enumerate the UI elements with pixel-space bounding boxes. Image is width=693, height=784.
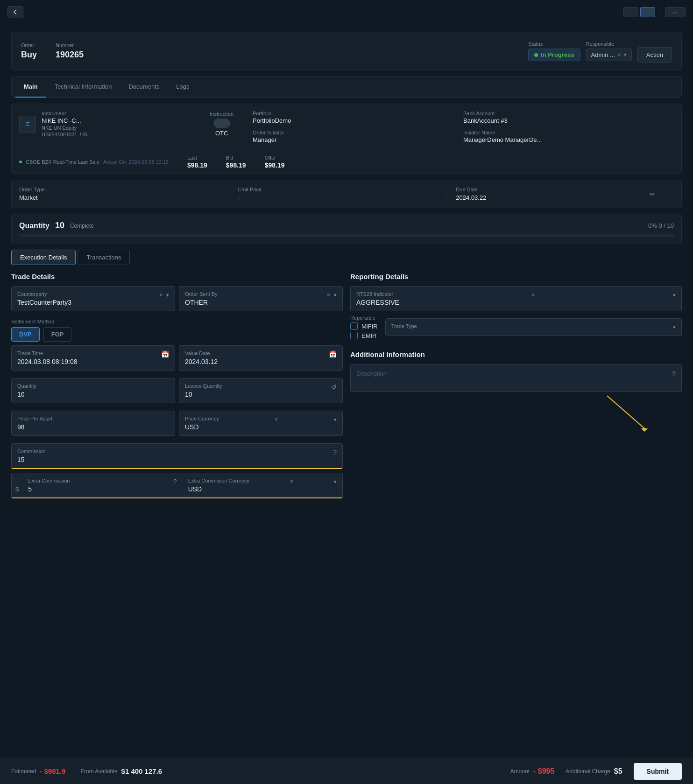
limit-price-value: - bbox=[238, 194, 437, 201]
last-label: Last bbox=[187, 155, 207, 161]
instrument-section: ≡ Instrument NIKE INC -C... NKE UN Equit… bbox=[11, 104, 682, 174]
qty-box-value: 10 bbox=[17, 391, 169, 398]
instrument-right: Portfolio PortfolioDemo Bank Account Ban… bbox=[243, 111, 674, 143]
rts28-clear-icon[interactable]: × bbox=[531, 292, 535, 298]
extra-currency-label: Extra Commision Currency bbox=[188, 478, 249, 483]
extra-commission-inner: Extra Commission ? 5 bbox=[22, 473, 182, 498]
trade-type-chevron-icon[interactable]: ▾ bbox=[673, 324, 676, 330]
fop-button[interactable]: FOP bbox=[43, 327, 72, 342]
mifir-checkbox[interactable] bbox=[350, 322, 358, 330]
top-bar: ··· bbox=[0, 0, 693, 24]
value-date-label: Value Date bbox=[185, 350, 210, 356]
description-help-icon[interactable]: ? bbox=[672, 370, 676, 378]
order-value: Buy bbox=[21, 50, 37, 60]
tab-documents[interactable]: Documents bbox=[120, 77, 168, 98]
order-number-value: 190265 bbox=[56, 50, 84, 60]
counterparty-chevron-icon[interactable]: ▾ bbox=[166, 292, 169, 298]
rts28-chevron-icon[interactable]: ▾ bbox=[673, 292, 676, 298]
order-number-label: Number bbox=[56, 42, 84, 48]
reporting-title: Reporting Details bbox=[350, 273, 682, 280]
amount-value: - $995 bbox=[533, 767, 554, 776]
instrument-id: US6541061031, US... bbox=[42, 132, 92, 137]
extra-commission-row: $ Extra Commission ? 5 Extra Commision C… bbox=[11, 473, 343, 498]
extra-currency-chevron-icon[interactable]: ▾ bbox=[334, 479, 337, 485]
qty-box-label: Quantity bbox=[17, 383, 169, 389]
price-bar-info: CBOE BZX Real-Time Last Sale Actual On: … bbox=[19, 159, 169, 165]
emir-label: EMIR bbox=[361, 332, 377, 339]
price-bar: CBOE BZX Real-Time Last Sale Actual On: … bbox=[12, 150, 681, 174]
estimated-stat: Estimated - $981.9 bbox=[11, 767, 65, 775]
emir-checkbox[interactable] bbox=[350, 332, 358, 339]
dvp-button[interactable]: DVP bbox=[11, 327, 40, 342]
price-currency-label: Price Currency bbox=[185, 416, 219, 421]
reportable-row: Reportable MiFIR EMIR Trade Type ▾ bbox=[350, 315, 682, 339]
from-available-value: $1 400 127.6 bbox=[121, 767, 163, 775]
exec-tab-execution[interactable]: Execution Details bbox=[11, 250, 76, 265]
initiator-name-field: Initiator Name ManagerDemo ManagerDe... bbox=[463, 130, 674, 143]
dots-icon: ··· bbox=[673, 9, 678, 16]
leaves-refresh-icon[interactable]: ↺ bbox=[331, 383, 337, 391]
responsible-section: Responsible Admin ... × ▾ bbox=[586, 41, 632, 61]
back-button[interactable] bbox=[7, 6, 23, 18]
bid-price: Bid $98.19 bbox=[226, 155, 246, 169]
tab-main[interactable]: Main bbox=[15, 77, 46, 98]
price-currency-clear-icon[interactable]: × bbox=[275, 416, 278, 423]
order-initiator-value: Manager bbox=[253, 136, 463, 143]
responsible-select[interactable]: Admin ... × ▾ bbox=[586, 49, 632, 61]
order-number-group: Number 190265 bbox=[56, 42, 84, 60]
extra-commission-label: Extra Commission bbox=[28, 478, 70, 483]
price-currency-chevron-icon[interactable]: ▾ bbox=[334, 417, 337, 423]
status-badge: In Progress bbox=[528, 49, 580, 61]
order-sent-clear-icon[interactable]: × bbox=[327, 292, 330, 298]
value-date-value: 2024.03.12 bbox=[185, 358, 337, 365]
window-btn-1[interactable] bbox=[623, 7, 638, 17]
window-dots-button[interactable]: ··· bbox=[665, 7, 686, 17]
tab-logs[interactable]: Logs bbox=[168, 77, 198, 98]
instruction-toggle[interactable] bbox=[213, 119, 230, 128]
price-dot-icon bbox=[19, 161, 22, 163]
mifir-row: MiFIR bbox=[350, 322, 378, 330]
bank-account-field: Bank Account BankAccount #3 bbox=[463, 111, 674, 124]
due-date-value: 2024.03.22 bbox=[456, 194, 486, 201]
reporting-col: Reporting Details RTS28 Indicator × ▾ AG… bbox=[350, 273, 682, 502]
instrument-code: NKE UN Equity bbox=[42, 125, 92, 131]
order-label: Order bbox=[21, 42, 37, 48]
exec-tabs: Execution Details Transactions bbox=[11, 250, 682, 265]
action-button[interactable]: Action bbox=[637, 47, 672, 63]
rts28-value: AGGRESSIVE bbox=[356, 299, 676, 306]
commission-help-icon[interactable]: ? bbox=[333, 448, 337, 456]
price-per-asset-label: Price Per Asset bbox=[17, 416, 169, 421]
extra-commission-help-icon[interactable]: ? bbox=[173, 478, 177, 485]
due-date-label: Due Date bbox=[456, 187, 486, 192]
trade-time-value: 2024.03.08 08:19:08 bbox=[17, 358, 169, 365]
trade-time-calendar-icon[interactable]: 📅 bbox=[161, 350, 169, 358]
details-grid: Trade Details Counterparty × ▾ TestCount… bbox=[11, 273, 682, 502]
tab-technical[interactable]: Technical Information bbox=[46, 77, 120, 98]
window-divider bbox=[660, 7, 660, 17]
main-content: Order Buy Number 190265 Status In Progre… bbox=[0, 24, 693, 515]
instruction-label: Instruction bbox=[210, 111, 233, 117]
responsible-text: Admin ... bbox=[591, 51, 615, 58]
counterparty-clear-icon[interactable]: × bbox=[159, 292, 163, 298]
rts28-box: RTS28 Indicator × ▾ AGGRESSIVE bbox=[350, 286, 682, 311]
extra-currency-clear-icon[interactable]: × bbox=[290, 478, 293, 485]
responsible-clear-icon[interactable]: × bbox=[618, 52, 621, 58]
submit-button[interactable]: Submit bbox=[634, 763, 682, 780]
window-controls bbox=[623, 7, 655, 17]
description-label: Description bbox=[356, 370, 387, 377]
due-date-group: Due Date 2024.03.22 bbox=[456, 187, 486, 201]
qty-progress-text: 0% 0 / 10 bbox=[648, 222, 674, 229]
window-btn-2[interactable] bbox=[640, 7, 655, 17]
mifir-label: MiFIR bbox=[361, 323, 378, 330]
exec-tab-transactions[interactable]: Transactions bbox=[78, 250, 130, 265]
order-header-left: Order Buy Number 190265 bbox=[21, 42, 84, 60]
arrow-svg bbox=[570, 386, 663, 433]
quantity-box: Quantity 10 bbox=[11, 378, 175, 403]
bottom-right: Amount - $995 Additional Charge $5 Submi… bbox=[510, 763, 682, 780]
commission-label: Commission bbox=[17, 448, 46, 454]
order-sent-chevron-icon[interactable]: ▾ bbox=[334, 292, 337, 298]
portfolio-label: Portfolio bbox=[253, 111, 463, 116]
order-sent-by-box: Order Sent By × ▾ OTHER bbox=[179, 286, 343, 311]
edit-icon[interactable]: ✏ bbox=[650, 190, 655, 198]
value-date-calendar-icon[interactable]: 📅 bbox=[329, 350, 337, 358]
